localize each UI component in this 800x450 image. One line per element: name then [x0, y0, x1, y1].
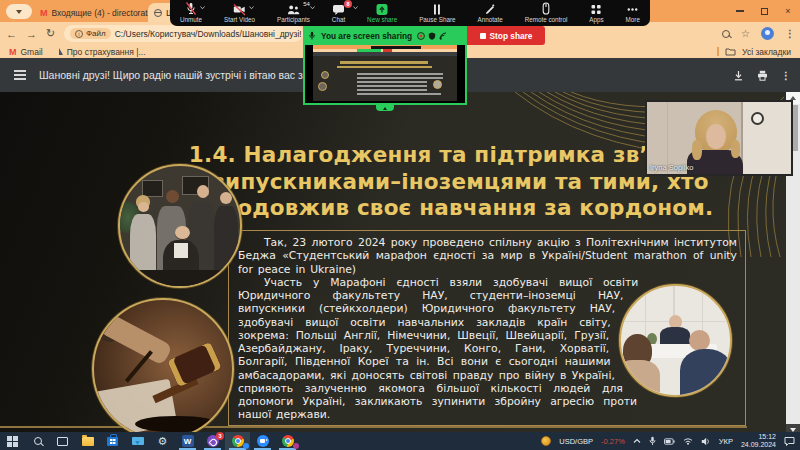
chrome-notification-dot	[243, 443, 249, 449]
mail-button[interactable]	[125, 432, 150, 450]
info-icon: i	[75, 30, 83, 38]
gmail-favicon: M	[9, 47, 17, 57]
windows-taskbar: ⚙ W 3 USD/GBP -0.27% УКР 15:12 24.09.202…	[0, 432, 800, 450]
bookmark-star-icon[interactable]: ☆	[741, 28, 750, 39]
chevron-down-icon[interactable]	[310, 6, 315, 10]
start-button[interactable]	[0, 432, 25, 450]
tab-title: Входящие (4) - directorate201	[52, 8, 153, 18]
bookmark-insurance[interactable]: Про страхування |...	[59, 47, 146, 57]
bookmark-favicon	[59, 48, 63, 55]
banner-text: You are screen sharing	[321, 31, 412, 41]
share-screen-icon	[376, 3, 388, 16]
system-tray: USD/GBP -0.27% УКР 15:12 24.09.2024	[541, 433, 800, 450]
unmute-button[interactable]: Unmute	[180, 2, 202, 24]
screen-sharing-banner: You are screen sharing	[303, 26, 467, 45]
forward-icon[interactable]: →	[26, 28, 37, 40]
pdf-menu-icon[interactable]	[14, 70, 26, 80]
new-share-button[interactable]: New share	[367, 2, 397, 24]
task-view-button[interactable]	[50, 432, 75, 450]
signal-icon[interactable]	[439, 32, 448, 40]
browser-tab-gmail[interactable]: M Входящие (4) - directorate201 ×	[36, 3, 166, 22]
url-text[interactable]: C:/Users/Користувач/Downloads/Шановні_др…	[115, 29, 303, 39]
back-icon[interactable]: ←	[6, 28, 17, 40]
wifi-icon[interactable]	[683, 437, 693, 445]
zoom-icon	[257, 435, 269, 447]
bookmark-gmail[interactable]: MGmail	[9, 47, 43, 57]
chrome-button[interactable]	[225, 432, 250, 450]
window-close-button[interactable]: ×	[776, 0, 800, 22]
clock[interactable]: 15:12 24.09.2024	[741, 433, 776, 450]
share-preview-window[interactable]	[303, 45, 467, 105]
pause-icon	[432, 3, 442, 16]
stop-share-button[interactable]: Stop share	[467, 26, 545, 45]
task-view-icon	[57, 437, 68, 446]
security-shield-icon[interactable]	[428, 32, 436, 40]
stop-icon	[480, 33, 486, 39]
word-icon: W	[182, 435, 194, 447]
chrome-profile2-button[interactable]	[275, 432, 300, 450]
battery-icon[interactable]	[664, 438, 675, 445]
taskbar-search-button[interactable]	[25, 432, 50, 450]
reload-icon[interactable]: ↻	[46, 27, 55, 40]
shared-screen-thumbnail	[313, 45, 457, 101]
chevron-down-icon[interactable]	[249, 6, 254, 10]
print-icon[interactable]	[757, 70, 768, 81]
action-center-icon[interactable]	[784, 436, 795, 446]
screen: M Входящие (4) - directorate201 × Ш × ← …	[0, 0, 800, 450]
file-scheme-chip[interactable]: iФайл	[70, 28, 111, 39]
wall-clock	[751, 112, 764, 125]
tray-date: 24.09.2024	[741, 441, 776, 448]
chrome-icon	[232, 435, 244, 447]
chevron-down-icon	[16, 10, 22, 14]
chevron-down-icon[interactable]	[353, 6, 358, 10]
currency-pair[interactable]: USD/GBP	[559, 437, 593, 446]
pause-share-button[interactable]: Pause Share	[419, 2, 455, 24]
ms-store-button[interactable]	[100, 432, 125, 450]
tray-expand-icon[interactable]	[633, 438, 641, 444]
video-off-icon	[233, 3, 246, 16]
record-icon[interactable]	[417, 32, 425, 40]
omnibox[interactable]: iФайл C:/Users/Користувач/Downloads/Шано…	[64, 25, 303, 42]
preview-collapse-handle[interactable]	[376, 105, 394, 111]
person-face	[138, 202, 149, 212]
currency-change: -0.27%	[601, 437, 625, 446]
zoom-app-button[interactable]	[250, 432, 275, 450]
participants-button[interactable]: 54 Participants	[277, 2, 310, 24]
window-maximize-button[interactable]	[752, 0, 776, 22]
annotate-button[interactable]: Annotate	[477, 2, 502, 24]
start-video-button[interactable]: Start Video	[224, 2, 255, 24]
pencil-icon	[484, 3, 496, 16]
slide-paragraph: Так, 23 лютого 2024 року проведено спіль…	[238, 236, 737, 276]
more-button[interactable]: More	[626, 2, 640, 24]
photo-meeting	[619, 284, 732, 397]
settings-button[interactable]: ⚙	[150, 432, 175, 450]
participants-count: 54	[303, 0, 310, 8]
chat-button[interactable]: 8 Chat	[332, 2, 345, 24]
browser-menu-icon[interactable]: ⋮	[785, 28, 795, 39]
windows-logo-icon	[7, 436, 18, 447]
language-indicator[interactable]: УКР	[719, 437, 733, 446]
tray-mic-icon[interactable]	[649, 436, 656, 446]
window-minimize-button[interactable]	[728, 0, 752, 22]
webcam-video[interactable]: Iryna Sopilko	[645, 100, 793, 176]
apps-button[interactable]: Apps	[589, 2, 603, 24]
remote-control-button[interactable]: Remote control	[525, 2, 568, 24]
pdf-more-icon[interactable]: ⋮	[781, 70, 791, 81]
word-button[interactable]: W	[175, 432, 200, 450]
gmail-favicon: M	[40, 8, 48, 18]
viber-button[interactable]: 3	[200, 432, 225, 450]
profile-avatar[interactable]	[761, 27, 774, 40]
speaker-icon[interactable]	[701, 437, 711, 446]
chevron-down-icon[interactable]	[200, 6, 205, 10]
chevron-up-icon	[383, 107, 387, 110]
photo-gavel	[92, 298, 234, 436]
file-explorer-button[interactable]	[75, 432, 100, 450]
tray-time: 15:12	[758, 433, 776, 440]
zoom-page-icon[interactable]	[722, 30, 730, 38]
tab-search-button[interactable]	[6, 4, 32, 19]
search-icon	[34, 437, 42, 445]
all-bookmarks-button[interactable]: Усі закладки	[742, 47, 791, 57]
download-icon[interactable]	[733, 70, 744, 81]
currency-widget-icon[interactable]	[541, 436, 551, 446]
more-dots-icon	[626, 3, 639, 16]
